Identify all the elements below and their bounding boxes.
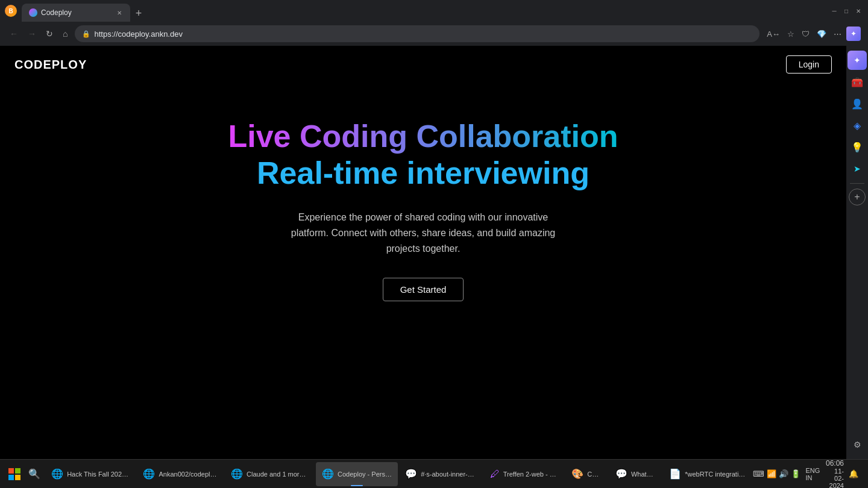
taskbar-item-figma-label: Treffen 2-web - Figma [503, 471, 559, 478]
taskbar-item-webrtc-label: *webRTC integration - N [685, 471, 746, 478]
browser-sidebar: ✦ 🧰 👤 ◈ 💡 ➤ + ⚙ [846, 46, 868, 459]
codeploy-taskbar-icon: 🌐 [322, 468, 334, 480]
sidebar-settings-icon[interactable]: ⚙ [848, 435, 867, 454]
refresh-button[interactable]: ↻ [43, 27, 55, 41]
discord-icon: 💬 [405, 468, 417, 480]
send-sidebar-icon[interactable]: ➤ [848, 159, 867, 178]
taskbar-item-whatsapp[interactable]: 💬 WhatsApp [609, 462, 662, 486]
brave-sidebar-button[interactable]: ✦ [846, 27, 861, 41]
url-text: https://codeploy.ankn.dev [94, 30, 752, 39]
taskbar-item-figma[interactable]: 🖊 Treffen 2-web - Figma [484, 462, 565, 486]
browser-icon: B [5, 5, 17, 17]
highlight-icon[interactable]: 💡 [848, 137, 867, 157]
browser-edge-icon[interactable]: ◈ [848, 116, 867, 135]
taskbar-item-canva-label: Canva [587, 471, 602, 478]
taskbar-item-claude-label: Claude and 1 more page [247, 471, 309, 478]
system-icons: ⌨ 📶 🔊 🔋 [753, 469, 800, 478]
address-bar: ← → ↻ ⌂ 🔒 https://codeploy.ankn.dev A↔ ☆… [0, 22, 868, 46]
sidebar-add-button[interactable]: + [849, 189, 866, 205]
hero-title-line1: Live Coding Collaboration [228, 119, 618, 154]
extensions-sidebar-icon[interactable]: 🧰 [848, 72, 867, 92]
keyboard-layout: ENG IN [805, 467, 820, 481]
tab-bar: Codeploy ✕ + [22, 0, 825, 22]
keyboard-icon[interactable]: ⌨ [753, 469, 764, 478]
close-button[interactable]: ✕ [854, 6, 863, 16]
site-navbar: CODEPLOY Login [0, 46, 846, 83]
login-button[interactable]: Login [786, 55, 832, 74]
back-button[interactable]: ← [7, 27, 20, 41]
taskbar-item-canva[interactable]: 🎨 Canva [565, 462, 608, 486]
star-icon[interactable]: ☆ [785, 27, 797, 41]
taskbar-item-ankan[interactable]: 🌐 Ankan002/codeploy-co: [137, 462, 224, 486]
taskbar-item-claude[interactable]: 🌐 Claude and 1 more page [225, 462, 315, 486]
svg-rect-3 [15, 475, 20, 480]
figma-icon: 🖊 [490, 469, 500, 480]
svg-rect-2 [8, 475, 14, 480]
system-tray: ⌨ 📶 🔊 🔋 ENG IN 06:06 11-02-2024 🔔 [753, 459, 863, 489]
translate-icon[interactable]: A↔ [764, 27, 782, 41]
title-bar: B Codeploy ✕ + ─ □ ✕ [0, 0, 868, 22]
claude-icon: 🌐 [231, 468, 243, 480]
wifi-icon[interactable]: 📶 [767, 469, 776, 478]
brave-rewards-icon[interactable]: 💎 [814, 27, 829, 41]
taskbar-item-codeploy-label: Codeploy - Personal - [338, 471, 392, 478]
taskbar-item-whatsapp-label: WhatsApp [631, 471, 656, 478]
user-sidebar-icon[interactable]: 👤 [848, 94, 867, 113]
taskbar: 🔍 🌐 Hack This Fall 2024: Das 🌐 Ankan002/… [0, 459, 868, 488]
webrtc-icon: 📄 [669, 468, 681, 480]
volume-icon[interactable]: 🔊 [779, 469, 788, 478]
clock-time: 06:06 [825, 459, 844, 468]
hero-subtitle: Experience the power of shared coding wi… [278, 210, 568, 256]
active-tab[interactable]: Codeploy ✕ [22, 4, 130, 22]
whatsapp-icon: 💬 [615, 468, 627, 480]
minimize-button[interactable]: ─ [829, 6, 839, 16]
svg-rect-1 [15, 468, 20, 474]
tab-title: Codeploy [41, 8, 112, 17]
shield-icon[interactable]: 🛡 [799, 27, 812, 41]
taskbar-item-codeploy[interactable]: 🌐 Codeploy - Personal - [316, 462, 398, 486]
window-controls: B [5, 5, 17, 17]
search-taskbar-button[interactable]: 🔍 [25, 463, 45, 485]
start-button[interactable] [5, 463, 24, 485]
url-bar[interactable]: 🔒 https://codeploy.ankn.dev [75, 25, 760, 42]
address-bar-actions: A↔ ☆ 🛡 💎 ⋯ ✦ [764, 27, 861, 41]
battery-icon[interactable]: 🔋 [791, 469, 800, 478]
get-started-button[interactable]: Get Started [383, 278, 464, 301]
hero-section: Live Coding Collaboration Real-time inte… [0, 83, 846, 325]
clock-date: 11-02-2024 [825, 468, 844, 489]
svg-rect-0 [8, 468, 14, 474]
sidebar-divider [850, 183, 864, 184]
home-button[interactable]: ⌂ [60, 27, 70, 41]
ankan-icon: 🌐 [143, 468, 155, 480]
taskbar-item-discord[interactable]: 💬 #·s-about-inner-circle | [399, 462, 483, 486]
taskbar-item-hack[interactable]: 🌐 Hack This Fall 2024: Das [45, 462, 136, 486]
site-logo: CODEPLOY [14, 58, 87, 72]
hack-icon: 🌐 [51, 468, 63, 480]
more-options-icon[interactable]: ⋯ [831, 27, 844, 41]
maximize-button[interactable]: □ [841, 6, 851, 16]
tab-close-button[interactable]: ✕ [116, 8, 123, 17]
canva-icon: 🎨 [571, 468, 583, 480]
taskbar-item-hack-label: Hack This Fall 2024: Das [67, 471, 130, 478]
lock-icon: 🔒 [82, 30, 90, 38]
notification-icon[interactable]: 🔔 [849, 469, 858, 478]
sidebar-bottom: ⚙ [848, 435, 867, 454]
system-clock[interactable]: 06:06 11-02-2024 [825, 459, 844, 489]
webpage-content: CODEPLOY Login Live Coding Collaboration… [0, 46, 846, 459]
copilot-sidebar-icon[interactable]: ✦ [848, 51, 867, 70]
new-tab-button[interactable]: + [130, 5, 147, 22]
hero-title-line2: Real-time interviewing [257, 156, 590, 190]
window-control-buttons: ─ □ ✕ [829, 6, 863, 16]
taskbar-item-webrtc[interactable]: 📄 *webRTC integration - N [663, 462, 752, 486]
forward-button[interactable]: → [25, 27, 39, 41]
taskbar-item-discord-label: #·s-about-inner-circle | [421, 471, 477, 478]
taskbar-item-ankan-label: Ankan002/codeploy-co: [159, 471, 218, 478]
tab-favicon [29, 8, 37, 17]
